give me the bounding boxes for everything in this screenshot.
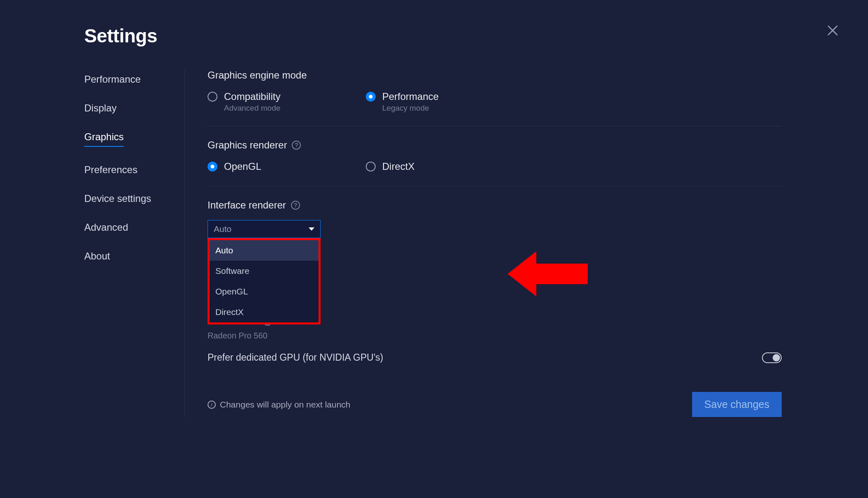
radio-sublabel: Advanced mode [224, 104, 280, 113]
radio-icon [366, 162, 376, 171]
sidebar-item-graphics[interactable]: Graphics [84, 127, 176, 151]
help-icon[interactable]: ? [291, 201, 300, 210]
sidebar-item-label: Advanced [84, 222, 128, 233]
sidebar-item-label: Performance [84, 74, 141, 85]
dropdown-option-software[interactable]: Software [210, 261, 319, 281]
dropdown-option-opengl[interactable]: OpenGL [210, 281, 319, 302]
radio-icon [208, 92, 217, 102]
radio-label: Compatibility [224, 90, 280, 103]
interface-renderer-title: Interface renderer ? [208, 199, 782, 211]
toggle-knob [773, 354, 780, 361]
radio-label: OpenGL [224, 160, 261, 173]
interface-renderer-menu: Auto Software OpenGL DirectX [208, 238, 321, 324]
radio-icon [366, 92, 376, 102]
radio-label: Performance [382, 90, 439, 103]
section-title-text: Graphics renderer [208, 139, 287, 151]
sidebar-item-label: Device settings [84, 193, 151, 204]
settings-sidebar: Performance Display Graphics Preferences… [84, 69, 185, 417]
apply-on-launch-info: i Changes will apply on next launch [208, 400, 351, 410]
interface-renderer-dropdown[interactable]: Auto [208, 220, 321, 238]
dropdown-value: Auto [214, 224, 231, 234]
dropdown-option-auto[interactable]: Auto [210, 240, 319, 261]
divider [208, 186, 782, 186]
divider [208, 126, 782, 126]
sidebar-item-about[interactable]: About [84, 246, 176, 266]
page-title: Settings [84, 25, 157, 47]
sidebar-item-display[interactable]: Display [84, 98, 176, 118]
prefer-dedicated-gpu-label: Prefer dedicated GPU (for NVIDIA GPU's) [208, 352, 383, 363]
sidebar-item-performance[interactable]: Performance [84, 69, 176, 89]
sidebar-item-label: Display [84, 102, 117, 114]
sidebar-item-advanced[interactable]: Advanced [84, 218, 176, 237]
renderer-opengl[interactable]: OpenGL [208, 160, 366, 173]
section-title-text: Graphics engine mode [208, 69, 307, 81]
renderer-directx[interactable]: DirectX [366, 160, 524, 173]
radio-sublabel: Legacy mode [382, 104, 439, 113]
svg-marker-0 [508, 251, 588, 296]
sidebar-item-device-settings[interactable]: Device settings [84, 189, 176, 208]
radio-label: DirectX [382, 160, 415, 173]
section-title-text: Interface renderer [208, 199, 286, 211]
engine-mode-compatibility[interactable]: Compatibility Advanced mode [208, 90, 366, 113]
close-button[interactable] [826, 24, 839, 37]
help-icon[interactable]: ? [292, 141, 301, 150]
info-icon: i [208, 401, 216, 409]
info-text: Changes will apply on next launch [220, 400, 351, 410]
engine-mode-title: Graphics engine mode [208, 69, 782, 81]
annotation-arrow-icon [508, 247, 590, 301]
engine-mode-performance[interactable]: Performance Legacy mode [366, 90, 524, 113]
sidebar-item-label: Preferences [84, 164, 137, 176]
prefer-dedicated-gpu-toggle[interactable] [762, 352, 782, 363]
sidebar-item-preferences[interactable]: Preferences [84, 160, 176, 180]
gpu-value: Radeon Pro 560 [208, 331, 782, 340]
close-icon [826, 24, 839, 37]
settings-content: Graphics engine mode Compatibility Advan… [185, 69, 786, 417]
caret-down-icon [309, 227, 314, 231]
save-changes-button[interactable]: Save changes [692, 392, 782, 417]
dropdown-option-directx[interactable]: DirectX [210, 302, 319, 322]
radio-icon [208, 162, 217, 171]
sidebar-item-label: About [84, 250, 110, 262]
graphics-renderer-title: Graphics renderer ? [208, 139, 782, 151]
sidebar-item-label: Graphics [84, 131, 124, 147]
